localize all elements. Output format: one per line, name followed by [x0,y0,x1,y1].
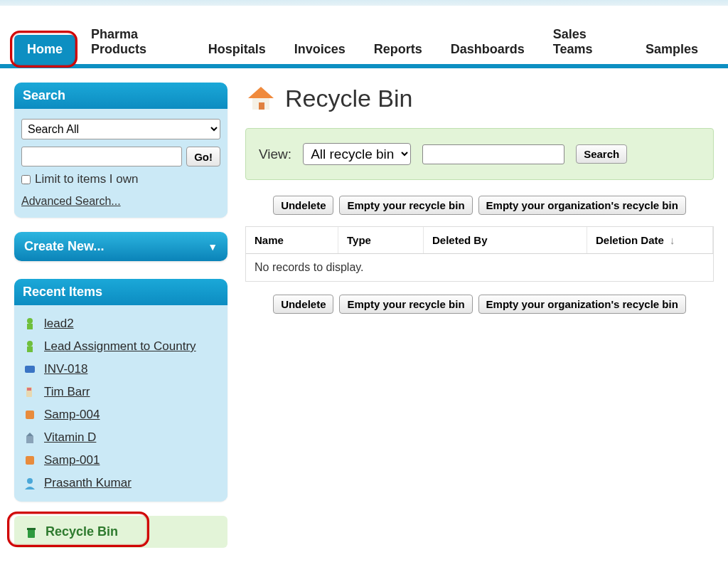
col-name[interactable]: Name [246,227,338,253]
svg-point-0 [27,318,33,324]
action-buttons-bottom: Undelete Empty your recycle bin Empty yo… [245,295,714,314]
product-icon [23,430,37,445]
create-new-dropdown[interactable]: Create New... ▼ [14,232,228,261]
recent-item-link[interactable]: lead2 [44,317,74,331]
recent-item-link[interactable]: Samp-004 [44,408,100,422]
action-buttons-top: Undelete Empty your recycle bin Empty yo… [245,196,714,215]
page-title: Recycle Bin [285,85,413,112]
recent-item-link[interactable]: Prasanth Kumar [44,476,132,490]
recent-items-list: lead2 Lead Assignment to Country INV-018… [14,305,228,502]
recent-item: Lead Assignment to Country [20,335,222,358]
svg-rect-7 [26,411,34,419]
svg-rect-1 [27,324,33,329]
tab-pharma-products[interactable]: Pharma Products [78,20,193,64]
tab-invoices[interactable]: Invoices [282,35,358,64]
recent-item-link[interactable]: Samp-001 [44,453,100,467]
recent-item-link[interactable]: INV-018 [44,362,87,376]
search-scope-select[interactable]: Search All [21,119,220,139]
chevron-down-icon: ▼ [208,241,218,253]
lead-icon [23,317,37,331]
user-icon [23,476,37,490]
view-search-input[interactable] [422,144,564,164]
svg-rect-8 [26,436,33,443]
col-type[interactable]: Type [338,227,424,253]
svg-rect-6 [27,388,31,391]
table-header-row: Name Type Deleted By Deletion Date ↓ [246,227,713,254]
tab-hospitals[interactable]: Hospitals [196,35,279,64]
recent-items-panel: Recent Items lead2 Lead Assignment to Co… [14,279,228,502]
svg-marker-14 [248,87,274,98]
sidebar: Search Search All Go! Limit to items I o… [14,83,228,548]
tab-samples[interactable]: Samples [633,35,711,64]
undelete-button[interactable]: Undelete [273,196,333,215]
col-deletion-date[interactable]: Deletion Date ↓ [587,227,713,253]
undelete-button[interactable]: Undelete [273,295,333,314]
recent-item: INV-018 [20,358,222,381]
recent-item-link[interactable]: Vitamin D [44,430,96,445]
create-new-label: Create New... [24,239,104,254]
sort-desc-icon: ↓ [670,234,675,246]
main-tabs: Home Pharma Products Hospitals Invoices … [0,6,728,68]
svg-marker-9 [26,433,33,436]
limit-own-checkbox[interactable] [21,175,31,184]
recycle-bin-link[interactable]: Recycle Bin [14,516,228,548]
col-deleted-by[interactable]: Deleted By [424,227,587,253]
lead-icon [23,339,37,354]
recent-items-header: Recent Items [14,279,228,305]
svg-rect-4 [25,366,35,373]
view-search-button[interactable]: Search [576,144,627,164]
svg-rect-12 [28,529,35,538]
svg-rect-10 [26,456,34,465]
view-label: View: [259,147,291,162]
empty-own-button[interactable]: Empty your recycle bin [339,196,472,215]
table-empty-row: No records to display. [246,254,713,281]
svg-rect-16 [259,102,264,110]
tab-reports[interactable]: Reports [361,35,435,64]
search-panel: Search Search All Go! Limit to items I o… [14,83,228,218]
recent-item: Tim Barr [20,381,222,403]
recent-item: Samp-004 [20,403,222,426]
sample-icon [23,408,37,422]
limit-own-label: Limit to items I own [35,172,139,186]
tab-home[interactable]: Home [14,35,75,64]
empty-org-button[interactable]: Empty your organization's recycle bin [478,295,686,314]
recent-item-link[interactable]: Lead Assignment to Country [44,339,196,354]
recent-item: Prasanth Kumar [20,472,222,494]
empty-org-button[interactable]: Empty your organization's recycle bin [478,196,686,215]
recycle-table: Name Type Deleted By Deletion Date ↓ No … [245,226,714,282]
advanced-search-link[interactable]: Advanced Search... [21,195,121,207]
empty-own-button[interactable]: Empty your recycle bin [339,295,472,314]
recycle-bin-label: Recycle Bin [46,524,118,539]
search-header: Search [14,83,228,109]
recent-item: Samp-001 [20,449,222,472]
svg-rect-13 [27,528,36,530]
invoice-icon [23,362,37,376]
search-input[interactable] [21,147,182,166]
svg-point-11 [27,478,33,484]
home-icon [245,83,277,114]
recent-item: lead2 [20,312,222,335]
main-content: Recycle Bin View: All recycle bin Search… [245,83,714,548]
view-select[interactable]: All recycle bin [303,143,411,165]
view-filter-panel: View: All recycle bin Search [245,128,714,180]
contact-icon [23,385,37,399]
recent-item: Vitamin D [20,426,222,449]
tab-label: Home [27,42,63,56]
tab-sales-teams[interactable]: Sales Teams [540,20,630,64]
trash-icon [24,525,38,539]
sample-icon [23,453,37,467]
svg-point-2 [27,341,33,346]
no-records-msg: No records to display. [246,254,713,281]
svg-rect-3 [27,346,33,352]
go-button[interactable]: Go! [186,147,220,166]
tab-dashboards[interactable]: Dashboards [438,35,537,64]
recent-item-link[interactable]: Tim Barr [44,385,90,399]
